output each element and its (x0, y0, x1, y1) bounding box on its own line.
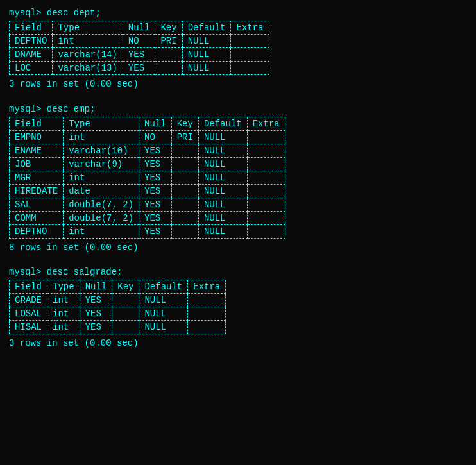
table-header: Null (123, 21, 155, 35)
table-cell: ENAME (10, 144, 64, 157)
table-cell: NULL (198, 171, 247, 184)
table-cell: DNAME (10, 48, 53, 62)
table-cell: COMM (10, 211, 64, 224)
table-row: HISALintYESNULL (10, 321, 226, 334)
table-wrapper: FieldTypeNullKeyDefaultExtraGRADEintYESN… (9, 280, 467, 334)
table-cell (247, 171, 285, 184)
table-row: DEPTNOintNOPRINULL (10, 35, 269, 48)
table-header: Extra (231, 21, 269, 35)
table-cell: NULL (182, 62, 231, 75)
table-cell: NULL (139, 294, 188, 307)
table-cell: YES (139, 144, 172, 157)
table-cell: NULL (198, 130, 247, 144)
terminal-section-desc-salgrade: mysql> desc salgrade;FieldTypeNullKeyDef… (9, 266, 467, 350)
table-cell: GRADE (10, 294, 47, 307)
table-cell (247, 211, 285, 224)
table-cell: MGR (10, 171, 64, 184)
table-row: JOBvarchar(9)YESNULL (10, 157, 285, 171)
table-cell (188, 294, 226, 307)
table-wrapper: FieldTypeNullKeyDefaultExtraEMPNOintNOPR… (9, 117, 467, 239)
table-cell: NULL (182, 48, 231, 62)
table-cell: YES (139, 224, 172, 238)
table-cell: varchar(13) (53, 62, 123, 75)
table-cell: YES (123, 48, 155, 62)
table-cell: double(7, 2) (64, 198, 139, 211)
table-cell: LOSAL (10, 307, 47, 321)
table-cell: NULL (198, 157, 247, 171)
table-cell: int (53, 35, 123, 48)
table-cell: PRI (155, 35, 182, 48)
table-cell (231, 48, 269, 62)
table-cell: int (64, 130, 139, 144)
table-header: Extra (188, 280, 226, 294)
table-cell (247, 130, 285, 144)
table-cell: YES (80, 294, 112, 307)
table-cell (155, 48, 182, 62)
table-header: Null (139, 117, 172, 130)
table-cell (171, 198, 198, 211)
table-row: GRADEintYESNULL (10, 294, 226, 307)
table-cell (171, 184, 198, 198)
table-cell: LOC (10, 62, 53, 75)
describe-table: FieldTypeNullKeyDefaultExtraGRADEintYESN… (9, 280, 226, 334)
table-cell: NULL (198, 224, 247, 238)
table-cell: int (64, 171, 139, 184)
table-cell: HIREDATE (10, 184, 64, 198)
table-header: Field (10, 21, 53, 35)
table-cell: int (47, 294, 80, 307)
table-cell (247, 144, 285, 157)
table-header: Key (171, 117, 198, 130)
prompt-line: mysql> desc salgrade; (9, 266, 467, 278)
table-header: Extra (247, 117, 285, 130)
table-header: Default (139, 280, 188, 294)
table-cell (171, 224, 198, 238)
table-cell (112, 321, 139, 334)
table-header: Default (198, 117, 247, 130)
describe-table: FieldTypeNullKeyDefaultExtraEMPNOintNOPR… (9, 117, 285, 239)
table-cell: varchar(9) (64, 157, 139, 171)
table-row: DNAMEvarchar(14)YESNULL (10, 48, 269, 62)
table-cell: double(7, 2) (64, 211, 139, 224)
table-header: Null (80, 280, 112, 294)
describe-table: FieldTypeNullKeyDefaultExtraDEPTNOintNOP… (9, 21, 269, 75)
table-cell (247, 157, 285, 171)
table-cell: EMPNO (10, 130, 64, 144)
table-cell (112, 307, 139, 321)
table-cell (231, 35, 269, 48)
table-row: SALdouble(7, 2)YESNULL (10, 198, 285, 211)
table-cell (188, 307, 226, 321)
table-cell: YES (139, 211, 172, 224)
table-row: HIREDATEdateYESNULL (10, 184, 285, 198)
terminal-container: mysql> desc dept;FieldTypeNullKeyDefault… (9, 6, 467, 350)
table-header: Field (10, 117, 64, 130)
table-cell (171, 144, 198, 157)
table-cell: NULL (198, 184, 247, 198)
table-cell: NULL (198, 211, 247, 224)
table-header: Default (182, 21, 231, 35)
terminal-section-desc-dept: mysql> desc dept;FieldTypeNullKeyDefault… (9, 6, 467, 91)
table-cell: int (47, 321, 80, 334)
terminal-section-desc-emp: mysql> desc emp;FieldTypeNullKeyDefaultE… (9, 103, 467, 255)
table-cell: NULL (198, 144, 247, 157)
table-cell: YES (80, 321, 112, 334)
table-cell (247, 198, 285, 211)
table-cell: int (64, 224, 139, 238)
table-cell: DEPTNO (10, 224, 64, 238)
table-header: Field (10, 280, 47, 294)
table-cell: NULL (139, 321, 188, 334)
table-cell (171, 157, 198, 171)
table-cell (112, 294, 139, 307)
table-header: Type (53, 21, 123, 35)
table-header: Key (112, 280, 139, 294)
table-cell (231, 62, 269, 75)
table-cell: YES (139, 157, 172, 171)
prompt-line: mysql> desc emp; (9, 103, 467, 115)
table-cell: NO (139, 130, 172, 144)
table-header: Type (64, 117, 139, 130)
table-cell: YES (139, 171, 172, 184)
table-header: Type (47, 280, 80, 294)
table-wrapper: FieldTypeNullKeyDefaultExtraDEPTNOintNOP… (9, 21, 467, 75)
table-row: COMMdouble(7, 2)YESNULL (10, 211, 285, 224)
table-cell: NULL (182, 35, 231, 48)
table-cell: PRI (171, 130, 198, 144)
